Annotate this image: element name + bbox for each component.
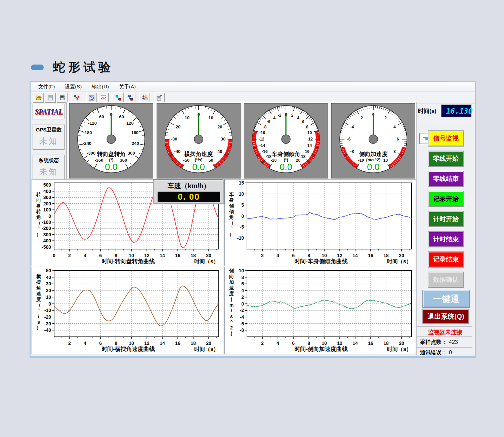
data-transfer-icon[interactable] — [124, 92, 135, 103]
speed-lcd-display: 0. 00 — [158, 192, 220, 202]
svg-text:-6: -6 — [347, 137, 351, 142]
svg-text:4: 4 — [84, 253, 86, 258]
svg-text:-2: -2 — [240, 308, 244, 313]
chart-xlabel: 时间（s） — [387, 346, 412, 352]
export-save-icon[interactable] — [154, 92, 165, 103]
control-panel: 时间(s) 16.130 ☚ 监视器未连接 采样点数：423 通讯错误：0 信号… — [416, 102, 474, 355]
speed-display-box: 车速（km/h） 0. 00 — [154, 180, 224, 204]
system-status-value: 未知 — [33, 166, 64, 177]
svg-text:-10: -10 — [44, 308, 51, 313]
palette-icon[interactable] — [139, 92, 150, 103]
left-panel: SPATIAL GPS卫星数 未知 系统状态 未知 — [33, 104, 65, 181]
svg-text:°: ° — [230, 226, 233, 231]
svg-text:-120: -120 — [88, 121, 97, 126]
svg-text:300: 300 — [128, 151, 135, 156]
svg-text:2: 2 — [384, 116, 387, 120]
tools-icon[interactable] — [71, 92, 82, 103]
svg-text:6: 6 — [99, 341, 102, 346]
svg-text:6: 6 — [99, 253, 102, 258]
svg-text:2: 2 — [261, 253, 264, 258]
svg-text:300: 300 — [43, 195, 51, 200]
menu-item-1[interactable]: 文件(F) — [33, 83, 60, 91]
svg-text:): ) — [231, 331, 233, 336]
svg-text:s: s — [230, 314, 233, 319]
gauge-dial: -20-18-16-14-12-10-8-6-4-202468101214161… — [244, 104, 328, 178]
chart-title: 时间-车身侧倾角曲线 — [294, 258, 348, 265]
svg-text:14: 14 — [352, 341, 358, 346]
menu-item-4[interactable]: 关于(A) — [114, 83, 141, 91]
svg-text:14: 14 — [160, 341, 165, 346]
svg-text:加: 加 — [229, 279, 234, 285]
svg-text:）: ） — [36, 232, 41, 237]
divider — [417, 336, 472, 337]
svg-text:-10: -10 — [183, 115, 190, 120]
svg-text:30: 30 — [46, 281, 51, 286]
one-key-button[interactable]: 一键通 — [423, 290, 470, 308]
open-file-icon[interactable] — [33, 92, 44, 103]
svg-text:6: 6 — [302, 119, 304, 124]
gps-satellite-box: GPS卫星数 未知 — [33, 124, 65, 150]
save-all-icon[interactable] — [56, 92, 68, 103]
exit-system-button[interactable]: 退出系统(Q) — [423, 309, 469, 324]
svg-text:角: 角 — [36, 285, 41, 290]
svg-text:-20: -20 — [44, 314, 51, 320]
svg-text:-300: -300 — [87, 151, 95, 156]
signal-monitor-button[interactable]: 信号监视 — [428, 131, 463, 146]
svg-text:0: 0 — [241, 213, 244, 219]
comm-error-value: 0 — [449, 350, 452, 355]
timer-icon[interactable] — [86, 92, 97, 103]
svg-text:0: 0 — [53, 253, 55, 258]
svg-text:度: 度 — [229, 291, 234, 296]
record-end-button[interactable]: 记录结束 — [428, 252, 463, 267]
svg-text:10: 10 — [383, 158, 388, 163]
page: 蛇形试验 文件(F)设置(S)输出(U)关于(A) SPATIAL GPS卫星数… — [0, 0, 504, 437]
svg-text:2: 2 — [261, 341, 264, 346]
svg-text:14: 14 — [352, 253, 358, 258]
svg-text:角: 角 — [229, 214, 234, 220]
svg-text:2: 2 — [68, 341, 71, 346]
svg-text:转: 转 — [36, 209, 41, 214]
svg-text:5: 5 — [241, 202, 244, 208]
svg-text:-4: -4 — [272, 116, 276, 120]
divider — [417, 121, 472, 121]
svg-text:14: 14 — [160, 253, 165, 258]
svg-text:-240: -240 — [83, 141, 91, 146]
timing-end-button[interactable]: 计时结束 — [428, 232, 463, 247]
svg-text:10: 10 — [322, 253, 327, 258]
gauge-unit: (m/s^2) — [366, 158, 380, 162]
svg-text:m: m — [229, 302, 234, 308]
svg-text:-400: -400 — [42, 238, 51, 243]
svg-text:18: 18 — [191, 253, 196, 258]
timing-start-button[interactable]: 计时开始 — [428, 211, 463, 227]
data-confirm-button[interactable]: 数据确认 — [428, 272, 463, 287]
svg-text:侧: 侧 — [229, 203, 234, 208]
gauge-dial: -50-40-30-20-1001020304050横摆角速度(°/s)0.0 — [157, 104, 240, 178]
gauge-value: 0.0 — [280, 162, 292, 172]
svg-text:15: 15 — [239, 180, 244, 186]
record-start-button[interactable]: 记录开始 — [428, 191, 463, 207]
svg-text:盘: 盘 — [36, 203, 41, 208]
svg-text:-360: -360 — [94, 158, 103, 163]
gauge-name: 车身侧倾角 — [271, 151, 300, 157]
svg-text:18: 18 — [301, 154, 306, 159]
curve-chart-icon[interactable] — [98, 92, 109, 103]
sample-count-row: 采样点数：423 — [420, 339, 474, 346]
svg-text:20: 20 — [46, 288, 51, 293]
page-heading: 蛇形试验 — [31, 59, 114, 76]
svg-text:0: 0 — [241, 301, 244, 307]
zeroline-end-button[interactable]: 零线结束 — [428, 171, 463, 187]
svg-text:16: 16 — [368, 253, 373, 258]
svg-text:6: 6 — [241, 281, 244, 286]
svg-text:-8: -8 — [263, 125, 266, 129]
save-icon[interactable] — [45, 92, 56, 103]
menu-item-2[interactable]: 设置(S) — [60, 83, 87, 91]
data-import-icon[interactable] — [113, 92, 124, 103]
svg-text:8: 8 — [393, 149, 396, 154]
svg-text:-12: -12 — [258, 137, 264, 142]
time-label: 时间(s) — [418, 107, 436, 115]
zeroline-start-button[interactable]: 零线开始 — [428, 151, 463, 166]
svg-text:16: 16 — [305, 149, 310, 154]
svg-text:10: 10 — [129, 253, 134, 258]
menu-item-3[interactable]: 输出(U) — [87, 83, 114, 91]
svg-text:(: ( — [231, 296, 233, 302]
